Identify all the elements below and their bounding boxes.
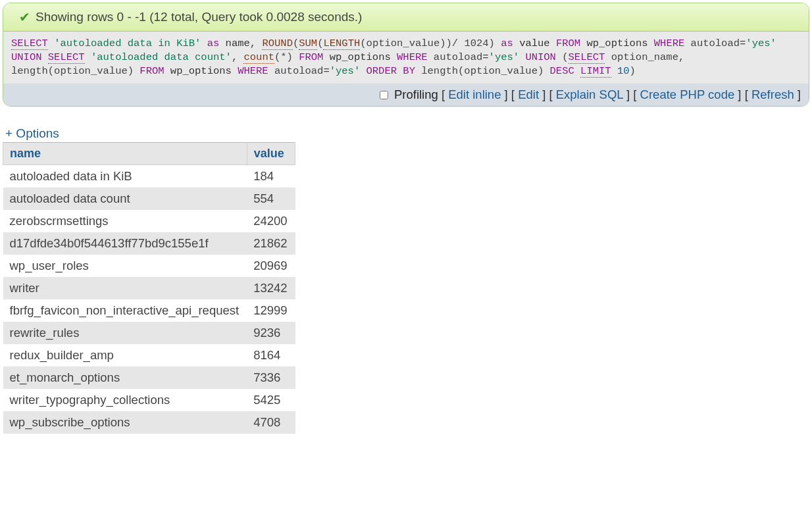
sql-text: autoload=: [691, 38, 746, 49]
table-row[interactable]: autoloaded data in KiB184: [3, 164, 295, 188]
cell-value: 184: [247, 164, 295, 188]
sql-text: ,: [232, 51, 244, 63]
sql-keyword: FROM: [293, 51, 330, 63]
sql-keyword: DESC: [544, 65, 580, 77]
results-table: name value autoloaded data in KiB184auto…: [3, 142, 295, 434]
table-row[interactable]: d17dfde34b0f544613ff77bd9c155e1f21862: [3, 232, 295, 255]
sql-keyword: LIMIT: [580, 65, 611, 78]
query-result-panel: ✔ Showing rows 0 - -1 (12 total, Query t…: [3, 3, 809, 107]
profiling-label: Profiling: [394, 88, 438, 101]
cell-name: autoloaded data count: [3, 188, 247, 210]
cell-name: et_monarch_options: [3, 367, 247, 389]
sql-text: length(option_value): [421, 65, 544, 77]
table-row[interactable]: wp_user_roles20969: [3, 255, 295, 277]
sql-table: wp_options: [330, 51, 391, 63]
sql-table: wp_options: [170, 65, 232, 77]
sql-text: ): [630, 65, 636, 77]
cell-value: 13242: [247, 277, 295, 299]
check-icon: ✔: [19, 11, 30, 24]
cell-value: 7336: [247, 367, 295, 389]
table-row[interactable]: rewrite_rules9236: [3, 322, 295, 344]
cell-value: 24200: [247, 210, 295, 232]
explain-sql-link[interactable]: Explain SQL: [556, 88, 623, 101]
sql-keyword: WHERE: [647, 38, 690, 49]
cell-value: 5425: [247, 389, 295, 411]
sql-text: as: [201, 38, 225, 49]
sql-function: ROUND: [262, 38, 293, 50]
sql-keyword: FROM: [134, 65, 170, 77]
cell-value: 21862: [247, 232, 295, 255]
sql-query-box: SELECT 'autoloaded data in KiB' as name,…: [3, 32, 809, 84]
table-row[interactable]: writer13242: [3, 277, 295, 299]
sql-text: (: [562, 51, 568, 63]
sql-keyword: WHERE: [391, 51, 434, 63]
cell-value: 8164: [247, 344, 295, 367]
cell-name: writer: [3, 277, 247, 299]
sql-function: LENGTH: [323, 38, 360, 50]
cell-value: 12999: [247, 299, 295, 322]
sql-text: (: [293, 38, 299, 49]
sql-number: 10: [611, 65, 630, 77]
cell-name: rewrite_rules: [3, 322, 247, 344]
refresh-link[interactable]: Refresh: [751, 88, 794, 101]
sql-text: (*): [274, 51, 293, 63]
sql-action-row: Profiling [ Edit inline ] [ Edit ] [ Exp…: [3, 84, 809, 106]
column-header-value[interactable]: value: [247, 142, 295, 164]
table-row[interactable]: zerobscrmsettings24200: [3, 210, 295, 232]
sql-keyword: UNION: [519, 51, 562, 63]
cell-name: zerobscrmsettings: [3, 210, 247, 232]
table-row[interactable]: fbrfg_favicon_non_interactive_api_reques…: [3, 299, 295, 322]
sql-table: wp_options: [586, 38, 647, 49]
sql-function: count: [243, 51, 274, 64]
sql-keyword: WHERE: [232, 65, 274, 77]
table-row[interactable]: et_monarch_options7336: [3, 367, 295, 389]
profiling-checkbox[interactable]: [380, 91, 388, 99]
table-row[interactable]: autoloaded data count554: [3, 188, 295, 210]
sql-keyword: FROM: [550, 38, 587, 49]
sql-text: autoload=: [274, 65, 330, 77]
cell-name: wp_subscribe_options: [3, 411, 247, 434]
sql-keyword: SELECT: [11, 38, 48, 50]
cell-value: 9236: [247, 322, 295, 344]
sql-string: 'autoloaded data in KiB': [54, 38, 201, 49]
table-header-row: name value: [3, 142, 295, 164]
sql-string: 'yes': [330, 65, 361, 77]
success-bar: ✔ Showing rows 0 - -1 (12 total, Query t…: [3, 3, 809, 32]
sql-text: ,: [250, 38, 263, 49]
sql-text: name: [226, 38, 250, 49]
options-toggle[interactable]: + Options: [5, 126, 812, 141]
sql-function: SUM: [299, 38, 317, 50]
table-row[interactable]: writer_typography_collections5425: [3, 389, 295, 411]
sql-keyword: SELECT: [48, 51, 85, 64]
table-row[interactable]: redux_builder_amp8164: [3, 344, 295, 367]
sql-keyword: as: [495, 38, 519, 49]
column-header-name[interactable]: name: [3, 142, 247, 164]
sql-text: value: [519, 38, 550, 49]
cell-name: autoloaded data in KiB: [3, 164, 247, 188]
create-php-link[interactable]: Create PHP code: [640, 88, 735, 101]
cell-value: 20969: [247, 255, 295, 277]
edit-link[interactable]: Edit: [518, 88, 539, 101]
cell-name: d17dfde34b0f544613ff77bd9c155e1f: [3, 232, 247, 255]
edit-inline-link[interactable]: Edit inline: [448, 88, 501, 101]
sql-string: 'yes': [489, 51, 520, 63]
table-row[interactable]: wp_subscribe_options4708: [3, 411, 295, 434]
cell-value: 554: [247, 188, 295, 210]
cell-name: writer_typography_collections: [3, 389, 247, 411]
sql-keyword: ORDER BY: [360, 65, 421, 77]
sql-keyword: SELECT: [569, 51, 605, 64]
cell-name: fbrfg_favicon_non_interactive_api_reques…: [3, 299, 247, 322]
sql-text: autoload=: [434, 51, 489, 63]
cell-name: wp_user_roles: [3, 255, 247, 277]
sql-string: 'yes': [746, 38, 776, 49]
cell-value: 4708: [247, 411, 295, 434]
sql-text: (option_value))/ 1024): [360, 38, 495, 49]
success-message: Showing rows 0 - -1 (12 total, Query too…: [36, 10, 362, 24]
sql-string: 'autoloaded data count': [91, 51, 232, 63]
cell-name: redux_builder_amp: [3, 344, 247, 367]
